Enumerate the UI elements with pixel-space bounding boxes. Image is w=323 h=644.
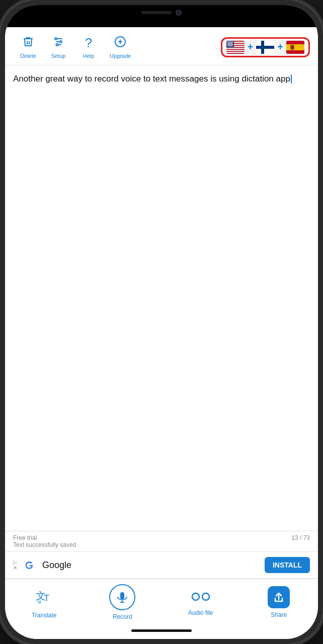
- svg-rect-37: [256, 46, 274, 49]
- record-label: Record: [113, 613, 132, 620]
- help-icon: ?: [85, 35, 92, 51]
- svg-point-30: [231, 44, 232, 45]
- ad-close-button[interactable]: ▷ ✕: [13, 559, 17, 571]
- setup-icon: [52, 36, 64, 51]
- phone-frame: Delete: [0, 0, 323, 644]
- screen: Delete: [5, 5, 318, 639]
- setup-label: Setup: [51, 53, 66, 59]
- free-trial-label: Free trial: [13, 534, 76, 541]
- svg-point-33: [229, 45, 230, 46]
- svg-point-24: [229, 43, 230, 44]
- saved-label: Text successfully saved: [13, 541, 76, 548]
- upgrade-icon: [114, 36, 126, 51]
- flag-spain: [286, 41, 304, 54]
- text-content: Another great way to record voice to tex…: [13, 74, 290, 84]
- svg-text:T: T: [44, 593, 49, 603]
- svg-point-22: [232, 41, 233, 42]
- svg-rect-38: [261, 41, 264, 54]
- svg-point-53: [202, 593, 209, 600]
- svg-point-28: [228, 44, 229, 45]
- audio-label: Audio file: [188, 609, 213, 616]
- text-cursor: [291, 74, 292, 84]
- plus-icon: +: [248, 41, 254, 53]
- svg-point-3: [55, 38, 57, 40]
- svg-rect-14: [226, 49, 245, 50]
- svg-point-52: [192, 593, 199, 600]
- toolbar: Delete: [5, 27, 318, 65]
- translate-label: Translate: [32, 612, 57, 619]
- home-indicator: [131, 629, 192, 632]
- share-button[interactable]: Share: [261, 586, 296, 618]
- delete-label: Delete: [20, 53, 36, 59]
- svg-point-20: [229, 41, 230, 42]
- ad-banner: ▷ ✕ G Google INSTALL: [5, 551, 318, 579]
- svg-rect-40: [286, 44, 304, 50]
- svg-point-4: [60, 41, 62, 43]
- mic-icon: [109, 584, 135, 610]
- upgrade-label: Upgrade: [110, 53, 131, 59]
- flag-us: [226, 41, 245, 54]
- audio-file-button[interactable]: Audio file: [183, 589, 218, 616]
- phone-inner: Delete: [5, 5, 318, 639]
- flag-finland: [256, 41, 274, 54]
- translate-icon: 文 T ท: [35, 586, 54, 609]
- text-area[interactable]: Another great way to record voice to tex…: [5, 65, 318, 531]
- svg-point-27: [227, 44, 228, 45]
- translate-button[interactable]: 文 T ท Translate: [27, 586, 62, 619]
- svg-point-18: [227, 41, 228, 42]
- upgrade-button[interactable]: Upgrade: [104, 34, 137, 61]
- char-count: 13 / 73: [291, 534, 310, 548]
- svg-point-35: [231, 45, 232, 46]
- svg-rect-42: [291, 45, 292, 49]
- ad-title: Google: [42, 560, 265, 571]
- svg-point-21: [231, 41, 232, 42]
- help-label: Help: [83, 53, 95, 59]
- delete-button[interactable]: Delete: [13, 34, 43, 61]
- help-button[interactable]: ? Help: [73, 33, 104, 61]
- status-left: Free trial Text successfully saved: [13, 534, 76, 548]
- svg-point-29: [229, 44, 230, 45]
- bottom-nav: 文 T ท Translate: [5, 579, 318, 626]
- svg-rect-49: [120, 592, 124, 599]
- share-label: Share: [271, 611, 287, 618]
- record-button[interactable]: Record: [105, 584, 140, 620]
- svg-point-19: [228, 41, 229, 42]
- setup-button[interactable]: Setup: [43, 34, 73, 61]
- svg-point-26: [231, 43, 232, 44]
- svg-point-31: [232, 44, 233, 45]
- plus-icon-2: +: [277, 41, 283, 53]
- svg-point-23: [227, 43, 228, 44]
- share-icon: [268, 586, 290, 608]
- notch-area: [5, 5, 318, 27]
- language-selector[interactable]: + +: [221, 37, 310, 57]
- camera: [176, 10, 182, 16]
- delete-icon: [22, 36, 34, 51]
- install-button[interactable]: INSTALL: [265, 557, 310, 573]
- svg-point-25: [230, 43, 231, 44]
- speaker: [141, 11, 172, 14]
- audio-icon: [191, 589, 211, 606]
- svg-text:ท: ท: [38, 599, 41, 605]
- svg-rect-16: [226, 53, 245, 54]
- app-content: Delete: [5, 27, 318, 639]
- svg-rect-15: [226, 51, 245, 52]
- home-indicator-area: [5, 626, 318, 639]
- status-bar: Free trial Text successfully saved 13 / …: [5, 531, 318, 551]
- svg-rect-43: [293, 45, 294, 49]
- svg-point-32: [227, 45, 228, 46]
- svg-point-5: [56, 44, 58, 46]
- notch: [121, 5, 202, 20]
- svg-point-34: [230, 45, 231, 46]
- google-logo: G: [21, 557, 37, 573]
